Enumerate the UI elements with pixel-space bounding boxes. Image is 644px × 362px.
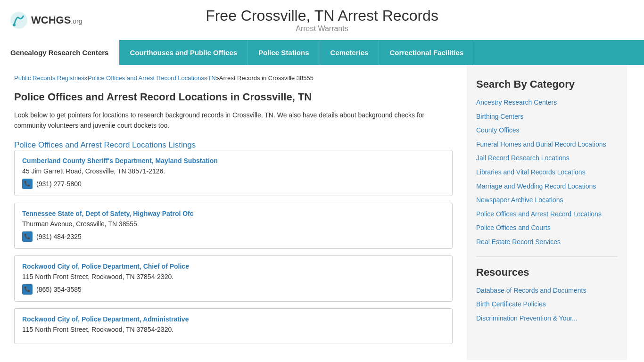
listing-name[interactable]: Tennessee State of, Dept of Safety, High… xyxy=(22,210,445,217)
site-title: Free Crossville, TN Arrest Records xyxy=(206,7,438,25)
breadcrumb: Public Records Registries»Police Offices… xyxy=(14,74,453,82)
breadcrumb-separator: » xyxy=(216,74,219,82)
phone-icon: 📞 xyxy=(22,179,33,189)
sidebar-category-link[interactable]: Police Offices and Courts xyxy=(476,223,618,233)
logo-text: WCHGS.org xyxy=(31,14,82,26)
listings-heading[interactable]: Police Offices and Arrest Record Locatio… xyxy=(14,140,196,149)
breadcrumb-link[interactable]: Police Offices and Arrest Record Locatio… xyxy=(88,74,204,82)
listings-container: Cumberland County Sheriff's Department, … xyxy=(14,150,453,344)
nav-item-police-stations[interactable]: Police Stations xyxy=(248,40,320,65)
sidebar-category-link[interactable]: Funeral Homes and Burial Record Location… xyxy=(476,140,618,149)
sidebar-category-link[interactable]: County Offices xyxy=(476,126,618,135)
sidebar-category-link[interactable]: Libraries and Vital Records Locations xyxy=(476,168,618,177)
listing-address: 115 North Front Street, Rockwood, TN 378… xyxy=(22,273,445,280)
listing-name[interactable]: Rockwood City of, Police Department, Adm… xyxy=(22,315,445,323)
sidebar-category-link[interactable]: Marriage and Wedding Record Locations xyxy=(476,182,618,191)
listing-card: Cumberland County Sheriff's Department, … xyxy=(14,150,453,196)
logo-area[interactable]: WCHGS.org xyxy=(9,11,82,30)
sidebar-resource-link[interactable]: Discrimination Prevention & Your... xyxy=(476,314,618,323)
sidebar-category-link[interactable]: Real Estate Record Services xyxy=(476,238,618,247)
resources-title: Resources xyxy=(476,266,618,279)
page-heading: Police Offices and Arrest Record Locatio… xyxy=(14,91,453,103)
listing-card: Rockwood City of, Police Department, Adm… xyxy=(14,308,453,344)
phone-number: (931) 484-2325 xyxy=(36,233,82,240)
listing-phone: 📞(931) 277-5800 xyxy=(22,179,445,189)
sidebar-resource-link[interactable]: Birth Certificate Policies xyxy=(476,300,618,309)
listing-address: 115 North Front Street, Rockwood, TN 378… xyxy=(22,326,445,333)
logo-icon xyxy=(9,11,28,30)
svg-point-0 xyxy=(10,12,27,29)
nav-item-correctional-facilities[interactable]: Correctional Facilities xyxy=(379,40,474,65)
nav-item-courthouses-and-public-offices[interactable]: Courthouses and Public Offices xyxy=(119,40,248,65)
listing-address: 45 Jim Garrett Road, Crossville, TN 3857… xyxy=(22,167,445,175)
header: WCHGS.org Free Crossville, TN Arrest Rec… xyxy=(0,0,644,40)
svg-point-1 xyxy=(13,24,16,26)
listing-name[interactable]: Rockwood City of, Police Department, Chi… xyxy=(22,263,445,270)
main-nav: Genealogy Research CentersCourthouses an… xyxy=(0,40,644,65)
phone-icon: 📞 xyxy=(22,231,33,242)
sidebar-resource-link[interactable]: Database of Records and Documents xyxy=(476,286,618,296)
resource-links: Database of Records and DocumentsBirth C… xyxy=(476,286,618,323)
main-layout: Public Records Registries»Police Offices… xyxy=(0,65,644,360)
sidebar-category-link[interactable]: Police Offices and Arrest Record Locatio… xyxy=(476,210,618,219)
sidebar-category-link[interactable]: Birthing Centers xyxy=(476,112,618,122)
listing-card: Tennessee State of, Dept of Safety, High… xyxy=(14,203,453,249)
content-area: Public Records Registries»Police Offices… xyxy=(0,65,467,360)
breadcrumb-link[interactable]: Public Records Registries xyxy=(14,74,84,82)
nav-item-cemeteries[interactable]: Cemeteries xyxy=(320,40,380,65)
sidebar-divider xyxy=(476,256,618,257)
category-links: Ancestry Research CentersBirthing Center… xyxy=(476,98,618,247)
phone-icon: 📞 xyxy=(22,284,33,295)
listing-phone: 📞(865) 354-3585 xyxy=(22,284,445,295)
page-description: Look below to get pointers for locations… xyxy=(14,110,453,131)
nav-item-genealogy-research-centers[interactable]: Genealogy Research Centers xyxy=(0,40,119,65)
search-category-title: Search By Category xyxy=(476,78,618,90)
breadcrumb-link[interactable]: TN xyxy=(207,74,215,82)
listing-card: Rockwood City of, Police Department, Chi… xyxy=(14,255,453,302)
sidebar-category-link[interactable]: Jail Record Research Locations xyxy=(476,154,618,163)
listing-name[interactable]: Cumberland County Sheriff's Department, … xyxy=(22,157,445,165)
listing-address: Thurman Avenue, Crossville, TN 38555. xyxy=(22,220,445,228)
header-center: Free Crossville, TN Arrest Records Arres… xyxy=(206,7,438,33)
sidebar: Search By Category Ancestry Research Cen… xyxy=(467,65,627,360)
phone-number: (931) 277-5800 xyxy=(36,180,82,188)
breadcrumb-current: Arrest Records in Crossville 38555 xyxy=(219,74,314,82)
site-subtitle: Arrest Warrants xyxy=(206,25,438,33)
breadcrumb-separator: » xyxy=(84,74,88,82)
sidebar-category-link[interactable]: Ancestry Research Centers xyxy=(476,98,618,107)
listing-phone: 📞(931) 484-2325 xyxy=(22,231,445,242)
sidebar-category-link[interactable]: Newspaper Archive Locations xyxy=(476,196,618,205)
phone-number: (865) 354-3585 xyxy=(36,286,82,293)
